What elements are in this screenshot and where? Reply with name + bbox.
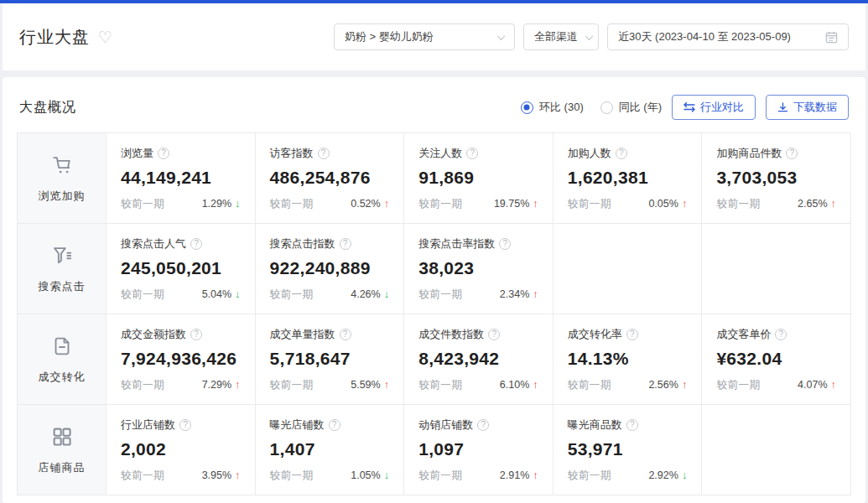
help-icon[interactable]: ? (190, 238, 202, 250)
metric-name-row: 关注人数? (418, 146, 538, 161)
metric-compare-row: 较前一期2.65%↑ (716, 197, 836, 211)
metric-name: 访客指数 (270, 146, 314, 161)
change-percent: 19.75% (494, 198, 529, 210)
metric-name-row: 成交单量指数? (270, 327, 390, 342)
compare-period-label: 较前一期 (716, 197, 760, 211)
metric-value: 245,050,201 (121, 258, 241, 278)
change-percent: 6.10% (500, 379, 529, 391)
metric-name-row: 动销店铺数? (418, 417, 538, 433)
metric-name-row: 加购商品件数? (716, 146, 836, 161)
help-icon[interactable]: ? (626, 329, 638, 340)
channel-select[interactable]: 全部渠道 (523, 23, 599, 50)
radio-option-1[interactable]: 同比 (年) (600, 100, 662, 115)
trend-up-arrow-icon: ↑ (384, 378, 390, 391)
help-icon[interactable]: ? (318, 148, 330, 159)
metric-value: 7,924,936,426 (121, 349, 241, 369)
trend-down-arrow-icon: ↓ (682, 469, 688, 481)
radio-option-0[interactable]: 环比 (30) (521, 100, 584, 115)
help-icon[interactable]: ? (340, 238, 351, 250)
trend-down-arrow-icon: ↓ (384, 469, 390, 481)
industry-compare-button[interactable]: 行业对比 (672, 95, 756, 120)
help-icon[interactable]: ? (775, 329, 787, 340)
help-icon[interactable]: ? (466, 148, 478, 159)
table-row: 搜索点击搜索点击人气?245,050,201较前一期5.04%↓搜索点击指数?9… (18, 224, 851, 314)
metric-compare-row: 较前一期0.05%↑ (568, 197, 688, 211)
compare-mode-radio-group: 环比 (30)同比 (年) (521, 100, 662, 115)
metric-name: 搜索点击人气 (121, 236, 186, 252)
row-group-cell: 店铺商品 (18, 405, 107, 495)
favorite-heart-icon[interactable]: ♡ (98, 29, 112, 45)
metric-compare-row: 较前一期2.56%↑ (568, 378, 688, 392)
radio-selected-icon (521, 101, 533, 114)
metric-cell: 曝光店铺数?1,407较前一期1.05%↓ (255, 405, 404, 495)
change-percent: 5.59% (351, 379, 380, 391)
metric-compare-row: 较前一期3.95%↑ (121, 469, 241, 483)
metric-compare-row: 较前一期2.91%↑ (418, 469, 538, 483)
download-icon (777, 102, 788, 113)
metric-cell: 关注人数?91,869较前一期19.75%↑ (404, 133, 554, 224)
change-percent: 2.65% (798, 198, 827, 210)
metric-cell: 行业店铺数?2,002较前一期3.95%↑ (107, 405, 256, 495)
download-data-button[interactable]: 下载数据 (766, 95, 849, 120)
help-icon[interactable]: ? (329, 419, 340, 431)
metric-value: 3,703,053 (716, 168, 836, 188)
change-percent: 2.92% (648, 469, 678, 481)
help-icon[interactable]: ? (179, 419, 191, 431)
category-select[interactable]: 奶粉 > 婴幼儿奶粉 (334, 23, 515, 50)
trend-up-arrow-icon: ↑ (533, 288, 538, 300)
trend-up-arrow-icon: ↑ (682, 378, 688, 391)
help-icon[interactable]: ? (626, 419, 638, 431)
help-icon[interactable]: ? (477, 419, 489, 431)
metric-cell: 成交件数指数?8,423,942较前一期6.10%↑ (404, 314, 554, 405)
compare-period-label: 较前一期 (568, 378, 611, 392)
metric-name-row: 加购人数? (568, 146, 688, 161)
help-icon[interactable]: ? (616, 148, 627, 159)
help-icon[interactable]: ? (190, 329, 202, 340)
compare-arrows-icon (683, 102, 695, 112)
trend-up-arrow-icon: ↑ (235, 378, 241, 391)
chevron-down-icon (585, 32, 594, 40)
metric-name-row: 成交件数指数? (418, 327, 538, 342)
metric-value: 1,620,381 (568, 168, 688, 188)
table-row: 成交转化成交金额指数?7,924,936,426较前一期7.29%↑成交单量指数… (18, 314, 851, 405)
compare-period-label: 较前一期 (568, 469, 611, 483)
metric-cell: 搜索点击人气?245,050,201较前一期5.04%↓ (107, 224, 256, 314)
metric-cell: 浏览量?44,149,241较前一期1.29%↓ (107, 133, 256, 224)
metric-name-row: 曝光商品数? (568, 417, 688, 433)
metric-name-row: 浏览量? (121, 146, 241, 161)
metric-name-row: 成交转化率? (568, 327, 688, 342)
help-icon[interactable]: ? (499, 238, 511, 250)
metric-name: 动销店铺数 (418, 417, 473, 433)
compare-period-label: 较前一期 (121, 288, 164, 302)
help-icon[interactable]: ? (158, 148, 169, 159)
empty-cell (702, 224, 851, 314)
compare-period-label: 较前一期 (418, 378, 462, 392)
metric-compare-row: 较前一期7.29%↑ (121, 378, 241, 392)
metric-value: 1,407 (270, 439, 390, 459)
change-percent: 4.07% (798, 379, 827, 391)
help-icon[interactable]: ? (340, 329, 351, 340)
overview-table-body: 浏览加购浏览量?44,149,241较前一期1.29%↓访客指数?486,254… (18, 133, 851, 495)
metric-name: 曝光商品数 (568, 417, 622, 433)
change-percent: 3.95% (202, 469, 231, 481)
chevron-down-icon (497, 32, 506, 40)
metric-value: 14.13% (568, 349, 688, 369)
page-header: 行业大盘 ♡ 奶粉 > 婴幼儿奶粉 全部渠道 近30天 (2023-04-10 … (3, 3, 865, 70)
metric-name-row: 搜索点击人气? (121, 236, 241, 252)
download-data-label: 下载数据 (793, 100, 837, 115)
help-icon[interactable]: ? (488, 329, 500, 340)
row-group-cell: 浏览加购 (18, 133, 107, 224)
metric-name: 成交件数指数 (418, 327, 484, 342)
metric-name: 行业店铺数 (121, 417, 175, 433)
metric-name: 成交单量指数 (270, 327, 335, 342)
metric-value: 91,869 (418, 168, 538, 188)
metric-compare-row: 较前一期2.34%↑ (418, 288, 538, 302)
change-percent: 2.56% (648, 379, 678, 391)
help-icon[interactable]: ? (786, 148, 798, 159)
metric-cell: 成交金额指数?7,924,936,426较前一期7.29%↑ (107, 314, 256, 405)
trend-up-arrow-icon: ↑ (384, 197, 390, 210)
compare-period-label: 较前一期 (418, 288, 462, 302)
date-range-picker[interactable]: 近30天 (2023-04-10 至 2023-05-09) (607, 23, 849, 50)
empty-cell (553, 224, 702, 314)
compare-period-label: 较前一期 (418, 197, 462, 211)
